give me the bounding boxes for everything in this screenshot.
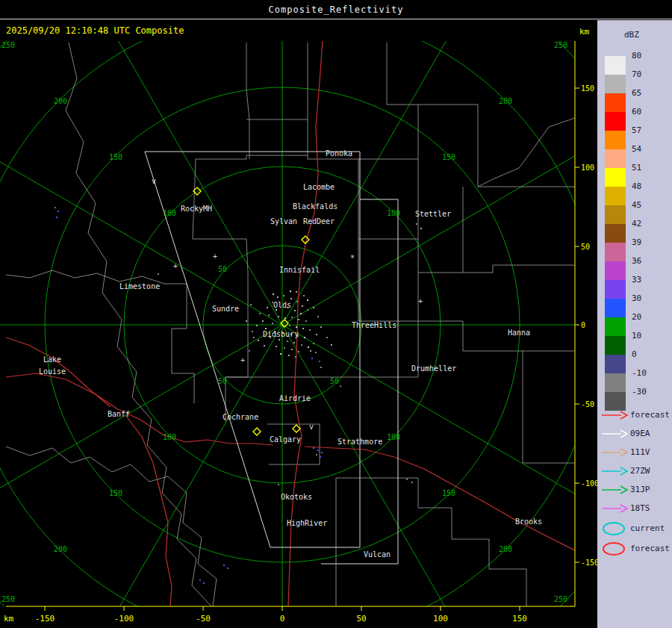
city-label: Didsbury — [263, 330, 299, 338]
y-axis-unit-label: km — [579, 27, 589, 37]
titlebar-divider — [0, 19, 672, 19]
colorbar-swatch — [605, 56, 626, 75]
echo-dot — [302, 305, 303, 307]
colorbar-value: 42 — [632, 218, 666, 230]
echo-dot — [290, 298, 292, 299]
azimuth-line — [0, 116, 282, 325]
echo-dot — [298, 319, 299, 320]
radar-map: 2502001502502001501001005050501001001501… — [0, 41, 597, 628]
legend-label: 18TS — [630, 503, 650, 514]
highway-line — [305, 447, 575, 550]
range-label: 100 — [163, 209, 176, 217]
colorbar-swatch — [605, 131, 626, 149]
boundary-line — [193, 159, 246, 239]
echo-dot — [317, 450, 319, 451]
echo-dot — [289, 325, 290, 326]
colorbar-value: 36 — [632, 255, 666, 267]
point-marker: + — [418, 297, 423, 305]
range-label: 200 — [54, 545, 67, 553]
echo-dot — [319, 361, 320, 362]
echo-dot — [279, 339, 280, 341]
city-label: Olds — [273, 301, 291, 309]
echo-dot — [264, 345, 265, 346]
echo-dot — [276, 346, 277, 347]
azimuth-line — [73, 325, 282, 628]
legend-label: 31JP — [630, 484, 650, 496]
city-label: Cochrane — [223, 413, 258, 421]
echo-dot — [268, 314, 270, 316]
echo-dot — [265, 328, 267, 329]
echo-dot — [252, 331, 253, 332]
legend-arrow-icon — [600, 500, 629, 517]
echo-dot — [288, 355, 290, 356]
echo-dot — [227, 568, 228, 569]
colorbar-value: 57 — [632, 125, 666, 137]
echo-dot — [223, 565, 225, 566]
azimuth-line — [73, 41, 282, 325]
range-label: 150 — [442, 153, 455, 161]
colorbar-value: 33 — [632, 274, 666, 286]
echo-dot — [291, 317, 293, 318]
city-label: RockyMH — [181, 205, 212, 213]
echo-dot — [320, 367, 322, 368]
boundary-line — [478, 118, 575, 187]
colorbar-value: 10 — [632, 330, 666, 342]
colorbar-title: dBZ — [624, 30, 639, 40]
city-label: Louise — [39, 367, 66, 376]
echo-dot — [326, 337, 328, 338]
echo-dot — [305, 320, 307, 322]
colorbar-value: 45 — [632, 199, 666, 211]
range-label: 150 — [109, 153, 122, 161]
city-label: Okotoks — [281, 493, 312, 501]
echo-dot — [293, 342, 295, 343]
range-label: 100 — [387, 209, 400, 217]
echo-dot — [316, 334, 317, 335]
city-label: Calgary — [270, 435, 301, 444]
window-title: Composite_Reflectivity — [269, 4, 404, 15]
colorbar-value: 30 — [632, 293, 666, 305]
range-label: 200 — [499, 545, 512, 553]
colorbar-value: 51 — [632, 162, 666, 174]
echo-dot — [258, 340, 259, 341]
y-axis-tick-label: -50 — [581, 400, 594, 408]
range-label: 200 — [54, 97, 67, 105]
y-axis-tick-label: 0 — [581, 321, 585, 329]
colorbar-value: 54 — [632, 143, 666, 155]
legend-label: 09EA — [630, 428, 650, 440]
range-label: 50 — [218, 265, 227, 273]
x-axis-tick-label: 100 — [433, 614, 448, 624]
echo-dot — [416, 223, 417, 225]
legend-arrow-icon — [600, 444, 629, 461]
range-label: 100 — [387, 433, 400, 441]
echo-dot — [295, 356, 296, 358]
echo-dot — [308, 346, 309, 348]
city-label: RedDeer — [303, 217, 335, 226]
legend-arrow-icon — [600, 426, 629, 442]
x-axis-unit-label: km — [4, 614, 14, 624]
colorbar-swatch — [605, 336, 626, 355]
colorbar-swatch — [605, 187, 626, 205]
range-label: 250 — [1, 595, 15, 603]
echo-dot — [302, 328, 304, 329]
timestamp-label: 2025/09/20 12:10:48 UTC Composite — [6, 25, 184, 36]
echo-dot — [307, 309, 308, 311]
point-marker: * — [350, 254, 355, 262]
echo-dot — [55, 207, 56, 208]
point-marker: . — [276, 479, 281, 487]
colorbar-value: 39 — [632, 237, 666, 249]
echo-dot — [320, 326, 322, 328]
point-marker: . — [338, 380, 343, 388]
boundary-line — [358, 321, 418, 377]
echo-dot — [296, 326, 297, 328]
city-label: Strathmore — [337, 438, 382, 446]
y-axis-tick-label: 50 — [581, 243, 590, 251]
boundary-line — [196, 155, 418, 159]
city-label: Hanna — [508, 329, 530, 337]
echo-dot — [298, 351, 299, 352]
x-axis-tick-label: -100 — [114, 614, 134, 624]
echo-dot — [277, 296, 279, 298]
range-label: 100 — [163, 433, 176, 441]
echo-dot — [411, 482, 413, 483]
boundary-line — [246, 43, 249, 159]
boundary-line — [387, 43, 418, 159]
